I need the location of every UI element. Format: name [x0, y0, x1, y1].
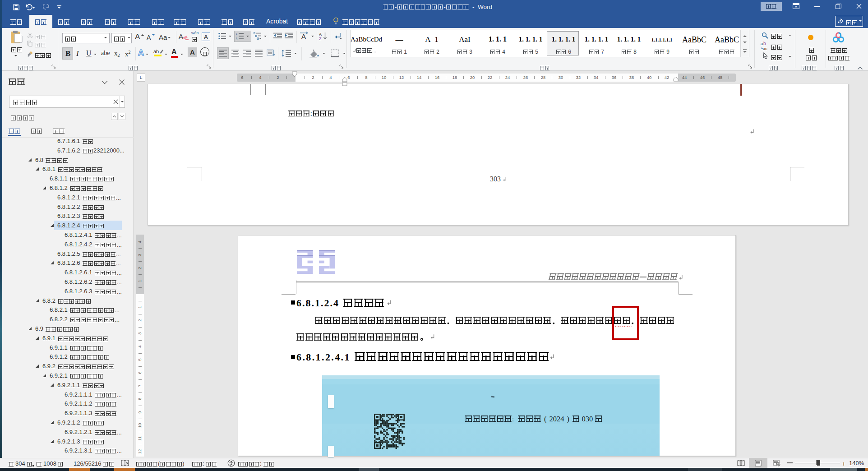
svg-text:Z: Z	[319, 37, 322, 41]
svg-text:ab: ab	[153, 49, 159, 54]
svg-text:A: A	[301, 32, 306, 40]
svg-text:ac: ac	[763, 46, 767, 51]
svg-text:a: a	[761, 42, 763, 46]
svg-text:3: 3	[236, 38, 237, 41]
svg-text:b: b	[763, 42, 766, 46]
svg-text:A: A	[319, 32, 322, 37]
